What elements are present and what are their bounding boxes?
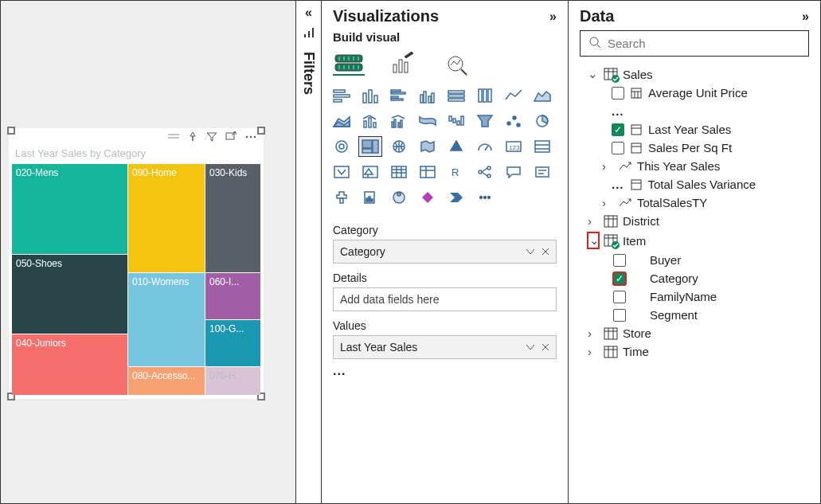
chevron-down-icon[interactable] bbox=[526, 341, 535, 354]
table-store[interactable]: › Store bbox=[575, 324, 814, 342]
viz-goals-icon[interactable] bbox=[330, 187, 354, 208]
collapse-visualizations-icon[interactable]: » bbox=[549, 10, 557, 24]
resize-handle-tr[interactable] bbox=[257, 127, 265, 135]
field-familyname[interactable]: FamilyName bbox=[575, 287, 814, 306]
viz-scatter-icon[interactable] bbox=[502, 111, 526, 131]
viz-power-automate-icon[interactable] bbox=[444, 187, 468, 208]
filter-icon[interactable] bbox=[206, 132, 217, 142]
treemap-cell[interactable]: 030-Kids bbox=[205, 164, 260, 272]
well-details-drop[interactable]: Add data fields here bbox=[333, 287, 557, 311]
remove-field-icon[interactable] bbox=[541, 245, 549, 258]
build-visual-tab[interactable] bbox=[333, 52, 365, 76]
checkbox[interactable] bbox=[613, 291, 626, 303]
remove-field-icon[interactable] bbox=[541, 341, 549, 354]
field-total-sales-ty[interactable]: › TotalSalesTY bbox=[575, 193, 814, 212]
resize-handle-tl[interactable] bbox=[7, 127, 15, 135]
viz-narrative-icon[interactable] bbox=[530, 162, 554, 182]
treemap-cell[interactable]: 090-Home bbox=[128, 164, 205, 272]
viz-stacked-area-icon[interactable] bbox=[330, 111, 354, 131]
field-avg-unit-price[interactable]: Average Unit Price bbox=[575, 84, 814, 102]
table-item[interactable]: ⌄ Item bbox=[575, 230, 814, 251]
field-buyer[interactable]: Buyer bbox=[575, 251, 814, 269]
checkbox[interactable] bbox=[612, 142, 624, 154]
treemap-cell[interactable]: 070-H... bbox=[205, 367, 260, 395]
table-time[interactable]: › Time bbox=[575, 342, 814, 361]
checkbox[interactable] bbox=[613, 254, 626, 267]
treemap-cell[interactable]: 080-Accesso... bbox=[128, 367, 205, 395]
chevron-down-icon[interactable]: ⌄ bbox=[588, 232, 599, 248]
viz-r-visual-icon[interactable]: R bbox=[444, 162, 468, 182]
viz-waterfall-icon[interactable] bbox=[444, 111, 468, 131]
viz-stacked-column-icon[interactable] bbox=[358, 85, 382, 106]
well-category-field[interactable]: Category bbox=[333, 240, 557, 264]
collapse-data-icon[interactable]: » bbox=[802, 10, 809, 24]
table-district[interactable]: › District bbox=[575, 212, 814, 230]
pin-icon[interactable] bbox=[187, 131, 198, 143]
format-visual-tab[interactable] bbox=[387, 52, 419, 76]
treemap-cell[interactable]: 020-Mens bbox=[12, 164, 127, 254]
viz-filled-map-icon[interactable] bbox=[416, 136, 440, 157]
viz-matrix-icon[interactable] bbox=[416, 162, 440, 182]
viz-donut-icon[interactable] bbox=[330, 136, 354, 157]
field-category[interactable]: ✓ Category bbox=[575, 269, 814, 287]
well-values-field[interactable]: Last Year Sales bbox=[333, 335, 557, 359]
viz-multi-row-card-icon[interactable] bbox=[530, 136, 554, 157]
viz-line-stacked-column-icon[interactable] bbox=[358, 111, 382, 131]
chevron-right-icon[interactable]: › bbox=[602, 196, 613, 209]
chevron-down-icon[interactable] bbox=[526, 245, 535, 258]
treemap-cell[interactable]: 100-G... bbox=[205, 320, 260, 366]
treemap-cell[interactable]: 050-Shoes bbox=[12, 255, 127, 334]
viz-line-clustered-column-icon[interactable] bbox=[387, 111, 411, 131]
analytics-tab[interactable] bbox=[441, 52, 473, 76]
viz-funnel-icon[interactable] bbox=[473, 111, 497, 131]
focus-mode-icon[interactable] bbox=[225, 132, 237, 142]
viz-treemap-icon[interactable] bbox=[358, 136, 382, 157]
chevron-right-icon[interactable]: › bbox=[588, 326, 599, 340]
search-input[interactable]: Search bbox=[580, 30, 809, 57]
report-canvas[interactable]: Last Year Sales by Category 020-Mens 050… bbox=[1, 1, 295, 503]
checkbox[interactable] bbox=[612, 87, 624, 100]
viz-card-icon[interactable]: 123 bbox=[502, 136, 526, 157]
viz-area-icon[interactable] bbox=[530, 85, 554, 106]
viz-power-apps-icon[interactable] bbox=[416, 187, 440, 208]
more-options-icon[interactable] bbox=[244, 132, 257, 142]
filters-label[interactable]: Filters bbox=[300, 52, 317, 95]
field-segment[interactable]: Segment bbox=[575, 306, 814, 324]
viz-get-more-icon[interactable] bbox=[473, 187, 497, 208]
viz-stacked-bar-icon[interactable] bbox=[330, 85, 354, 106]
checkbox-checked[interactable]: ✓ bbox=[612, 123, 624, 136]
viz-decomposition-tree-icon[interactable] bbox=[473, 162, 497, 182]
field-total-sales-variance[interactable]: ... Total Sales Variance bbox=[575, 175, 814, 193]
viz-100-stacked-column-icon[interactable] bbox=[473, 85, 497, 106]
viz-azure-map-icon[interactable] bbox=[444, 136, 468, 157]
field-overflow[interactable]: ... bbox=[575, 102, 814, 120]
expand-filters-icon[interactable]: « bbox=[305, 6, 312, 20]
viz-100-stacked-bar-icon[interactable] bbox=[444, 85, 468, 106]
viz-map-icon[interactable] bbox=[387, 136, 411, 157]
viz-gauge-icon[interactable] bbox=[473, 136, 497, 157]
viz-pie-icon[interactable] bbox=[530, 111, 554, 131]
chevron-down-icon[interactable]: ⌄ bbox=[588, 67, 599, 81]
viz-qna-icon[interactable] bbox=[502, 162, 526, 182]
viz-line-icon[interactable] bbox=[502, 85, 526, 106]
field-last-year-sales[interactable]: ✓ Last Year Sales bbox=[575, 120, 814, 139]
viz-kpi-icon[interactable] bbox=[330, 162, 354, 182]
drag-handle-icon[interactable] bbox=[168, 132, 179, 142]
chevron-right-icon[interactable]: › bbox=[588, 345, 599, 358]
field-this-year-sales[interactable]: › This Year Sales bbox=[575, 157, 814, 175]
viz-arcgis-icon[interactable] bbox=[387, 187, 411, 208]
checkbox[interactable] bbox=[613, 309, 626, 322]
table-sales[interactable]: ⌄ Sales bbox=[575, 64, 814, 84]
treemap-cell[interactable]: 060-I... bbox=[205, 273, 260, 319]
more-icon[interactable]: ··· bbox=[322, 359, 568, 381]
treemap-visual[interactable]: Last Year Sales by Category 020-Mens 050… bbox=[9, 128, 264, 399]
viz-slicer-icon[interactable] bbox=[358, 162, 382, 182]
treemap-cell[interactable]: 040-Juniors bbox=[12, 334, 127, 395]
viz-paginated-report-icon[interactable] bbox=[358, 187, 382, 208]
checkbox-checked[interactable]: ✓ bbox=[613, 272, 626, 285]
viz-clustered-column-icon[interactable] bbox=[416, 85, 440, 106]
viz-clustered-bar-icon[interactable] bbox=[387, 85, 411, 106]
chevron-right-icon[interactable]: › bbox=[588, 214, 599, 228]
field-sales-per-sqft[interactable]: Sales Per Sq Ft bbox=[575, 139, 814, 157]
chevron-right-icon[interactable]: › bbox=[602, 159, 613, 173]
